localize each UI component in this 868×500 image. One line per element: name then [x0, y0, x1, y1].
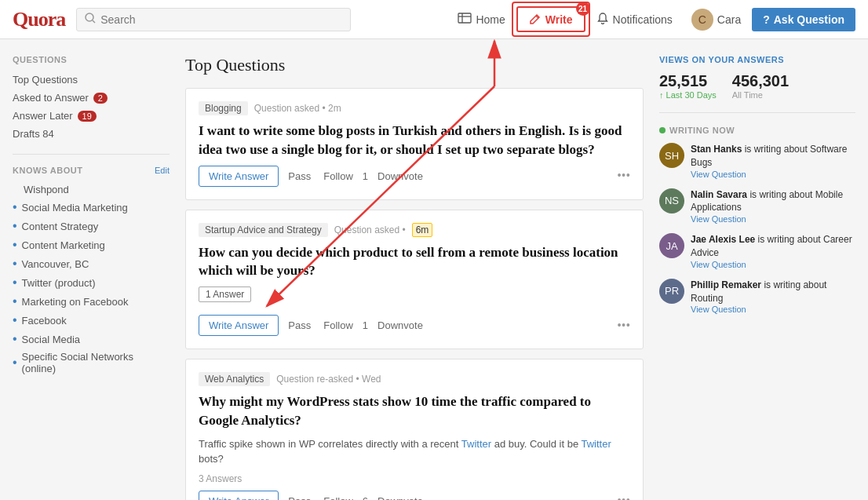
- meta-text-3: Question re-asked • Wed: [276, 374, 381, 385]
- question-title-1[interactable]: I want to write some blog posts in Turki…: [199, 122, 630, 159]
- svg-point-0: [86, 13, 93, 21]
- view-question-1[interactable]: View Question: [691, 214, 855, 224]
- knows-about-section-title: KNOWS ABOUT Edit: [13, 166, 170, 175]
- writer-text-3: Phillip Remaker is writing about Routing: [691, 279, 855, 305]
- question-card-1: Blogging Question asked • 2m I want to w…: [185, 88, 644, 200]
- stats-row: 25,515 ↑ Last 30 Days 456,301 All Time: [659, 72, 855, 113]
- pass-btn-3[interactable]: Pass: [285, 491, 314, 500]
- stat-30days: 25,515 ↑ Last 30 Days: [659, 72, 717, 100]
- home-icon: [458, 12, 472, 27]
- svg-rect-2: [458, 13, 471, 23]
- nav-links: Home Write 21 N: [450, 4, 855, 35]
- twitter-link-1[interactable]: Twitter: [461, 438, 491, 450]
- sidebar-knows-vancouver[interactable]: Vancouver, BC: [13, 254, 170, 273]
- topic-tag-1[interactable]: Blogging: [199, 101, 248, 115]
- main-content: Top Questions Blogging Question asked • …: [185, 55, 644, 500]
- sidebar-answer-later[interactable]: Answer Later 19: [13, 107, 170, 125]
- question-icon: ?: [763, 13, 770, 26]
- sidebar-knows-wishpond[interactable]: Wishpond: [13, 181, 170, 198]
- downvote-btn-1[interactable]: Downvote: [374, 166, 426, 186]
- writer-avatar-2: JA: [659, 233, 684, 258]
- follow-count-3: 6: [363, 495, 368, 500]
- sidebar-knows-facebook[interactable]: Facebook: [13, 311, 170, 330]
- question-card-3: Web Analytics Question re-asked • Wed Wh…: [185, 359, 644, 500]
- question-title-3[interactable]: Why might my WordPress stats show 10 tim…: [199, 392, 630, 430]
- sidebar-asked-to-answer[interactable]: Asked to Answer 2: [13, 89, 170, 107]
- write-button[interactable]: Write 21: [516, 6, 585, 32]
- search-icon: [85, 13, 96, 27]
- twitter-link-2[interactable]: Twitter: [582, 438, 611, 450]
- ask-question-button[interactable]: ? Ask Question: [752, 8, 855, 31]
- sidebar-knows-content-marketing[interactable]: Content Marketing: [13, 235, 170, 254]
- writer-info-3: Phillip Remaker is writing about Routing…: [691, 279, 855, 315]
- sidebar-top-questions[interactable]: Top Questions: [13, 71, 170, 89]
- sidebar-knows-marketing-facebook[interactable]: Marketing on Facebook: [13, 292, 170, 311]
- sidebar-knows-content-strategy[interactable]: Content Strategy: [13, 217, 170, 235]
- question-snippet-3: Traffic spike shown in WP correlates dir…: [199, 436, 630, 467]
- edit-icon: [529, 12, 542, 27]
- writer-item-2: JA Jae Alexis Lee is writing about Caree…: [659, 233, 855, 269]
- pass-btn-2[interactable]: Pass: [285, 316, 314, 335]
- page-body: QUESTIONS Top Questions Asked to Answer …: [0, 39, 868, 500]
- follow-btn-2[interactable]: Follow: [320, 316, 356, 335]
- writer-info-1: Nalin Savara is writing about Mobile App…: [691, 188, 855, 224]
- question-title-2[interactable]: How can you decide which product to sell…: [199, 243, 630, 281]
- downvote-btn-3[interactable]: Downvote: [374, 491, 426, 500]
- sidebar-drafts[interactable]: Drafts 84: [13, 125, 170, 143]
- answers-count-3: 3 Answers: [199, 473, 630, 484]
- page-title: Top Questions: [185, 55, 644, 75]
- view-question-3[interactable]: View Question: [691, 305, 855, 314]
- write-answer-btn-1[interactable]: Write Answer: [199, 166, 279, 187]
- sidebar-knows-twitter[interactable]: Twitter (product): [13, 273, 170, 292]
- pass-btn-1[interactable]: Pass: [285, 166, 314, 186]
- sidebar-knows-specific-social[interactable]: Specific Social Networks (online): [13, 349, 170, 377]
- write-answer-btn-2[interactable]: Write Answer: [199, 315, 279, 336]
- view-question-2[interactable]: View Question: [691, 260, 855, 269]
- search-input[interactable]: [100, 13, 342, 26]
- asked-badge: 2: [93, 93, 108, 104]
- downvote-btn-2[interactable]: Downvote: [374, 316, 426, 335]
- stat-alltime-number: 456,301: [732, 72, 789, 90]
- question-meta-2: Startup Advice and Strategy Question ask…: [199, 223, 630, 237]
- topic-tag-2[interactable]: Startup Advice and Strategy: [199, 223, 328, 237]
- stat-alltime: 456,301 All Time: [732, 72, 789, 100]
- quora-logo: Quora: [13, 8, 65, 31]
- writer-info-2: Jae Alexis Lee is writing about Career A…: [691, 233, 855, 269]
- nav-notifications[interactable]: Notifications: [589, 7, 680, 31]
- writing-now-title: WRITING NOW: [659, 126, 855, 135]
- action-bar-1: Write Answer Pass Follow 1 Downvote •••: [199, 166, 630, 187]
- answer-count-2: 1 Answer: [199, 286, 251, 302]
- more-options-1[interactable]: •••: [617, 169, 630, 183]
- writer-text-1: Nalin Savara is writing about Mobile App…: [691, 188, 855, 215]
- nav-home-label: Home: [476, 13, 505, 26]
- writer-item-3: PR Phillip Remaker is writing about Rout…: [659, 279, 855, 315]
- question-meta-1: Blogging Question asked • 2m: [199, 101, 630, 115]
- sidebar-knows-social-media-marketing[interactable]: Social Media Marketing: [13, 198, 170, 217]
- follow-btn-1[interactable]: Follow: [320, 166, 356, 186]
- write-label: Write: [545, 13, 573, 26]
- stat-alltime-label: All Time: [732, 90, 789, 100]
- green-dot: [659, 127, 666, 133]
- sidebar-knows-social-media[interactable]: Social Media: [13, 330, 170, 349]
- view-question-0[interactable]: View Question: [691, 170, 855, 179]
- more-options-2[interactable]: •••: [617, 319, 630, 333]
- writer-avatar-0: SH: [659, 143, 684, 168]
- writer-text-0: Stan Hanks is writing about Software Bug…: [691, 143, 855, 170]
- writer-item-0: SH Stan Hanks is writing about Software …: [659, 143, 855, 179]
- nav-user[interactable]: C Cara: [684, 4, 749, 35]
- follow-btn-3[interactable]: Follow: [320, 491, 356, 500]
- ask-question-label: Ask Question: [774, 13, 844, 26]
- left-sidebar: QUESTIONS Top Questions Asked to Answer …: [13, 55, 170, 500]
- more-options-3[interactable]: •••: [617, 494, 630, 500]
- write-answer-btn-3[interactable]: Write Answer: [199, 491, 279, 500]
- edit-link[interactable]: Edit: [155, 166, 170, 175]
- views-title: VIEWS ON YOUR ANSWERS: [659, 55, 855, 64]
- stat-30days-growth: ↑ Last 30 Days: [659, 90, 717, 100]
- bell-icon: [596, 12, 609, 27]
- meta-text-1: Question asked • 2m: [254, 103, 341, 114]
- nav-home[interactable]: Home: [450, 7, 512, 31]
- search-bar[interactable]: [76, 8, 351, 31]
- writer-item-1: NS Nalin Savara is writing about Mobile …: [659, 188, 855, 224]
- topic-tag-3[interactable]: Web Analytics: [199, 372, 270, 386]
- notifications-label: Notifications: [613, 13, 673, 26]
